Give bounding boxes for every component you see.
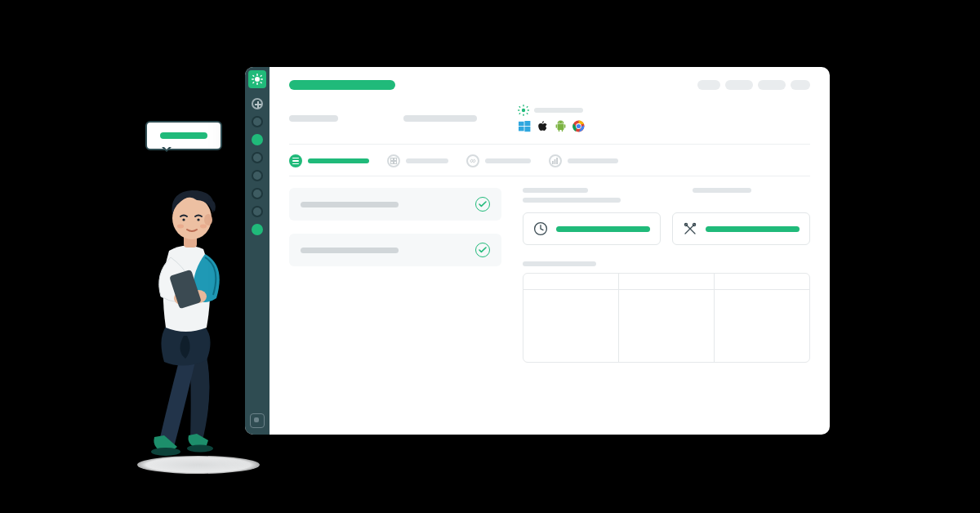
chart-icon <box>549 154 562 167</box>
tab-infinity[interactable] <box>466 154 531 167</box>
svg-rect-33 <box>524 127 530 132</box>
svg-rect-34 <box>555 124 556 128</box>
clock-icon <box>533 221 548 236</box>
svg-rect-46 <box>394 162 397 164</box>
svg-point-11 <box>200 225 207 229</box>
tab-infinity-label <box>485 158 531 163</box>
subheader <box>289 105 810 132</box>
platforms-block <box>518 105 585 132</box>
table-label <box>523 261 596 266</box>
svg-rect-17 <box>252 74 255 77</box>
svg-rect-25 <box>528 109 529 110</box>
svg-rect-22 <box>523 105 523 106</box>
list-row[interactable] <box>289 234 501 266</box>
speech-bubble <box>145 121 222 150</box>
svg-point-1 <box>187 445 213 453</box>
table-col-2[interactable] <box>619 274 715 289</box>
header-pill-4[interactable] <box>791 80 810 90</box>
sidebar-item-6[interactable] <box>252 206 263 217</box>
svg-point-7 <box>204 214 212 225</box>
sidebar-item-4[interactable] <box>252 170 263 181</box>
tab-list[interactable] <box>289 154 369 167</box>
stat-card-clock[interactable] <box>523 212 661 245</box>
page-title <box>289 80 395 90</box>
platforms-label <box>534 108 583 113</box>
sidebar-item-2-active[interactable] <box>252 134 263 145</box>
svg-rect-19 <box>252 82 255 84</box>
card-subheading-1 <box>523 198 621 203</box>
sidebar-add-button[interactable] <box>252 98 263 109</box>
header-pill-2[interactable] <box>725 80 753 90</box>
svg-point-9 <box>197 218 199 221</box>
table-header <box>523 274 809 290</box>
svg-point-39 <box>561 122 562 123</box>
svg-rect-36 <box>558 129 559 132</box>
table-col-3[interactable] <box>715 274 809 289</box>
svg-rect-13 <box>256 74 258 76</box>
svg-rect-31 <box>524 121 530 126</box>
stat-card-tools[interactable] <box>672 212 810 245</box>
character-shadow <box>137 456 260 474</box>
grid-icon <box>387 154 400 167</box>
svg-rect-4 <box>169 270 202 310</box>
svg-rect-27 <box>526 106 528 108</box>
sidebar-bottom-button[interactable] <box>250 413 265 428</box>
list-icon <box>289 154 302 167</box>
table-cell <box>619 290 715 362</box>
list-row-text <box>301 248 399 253</box>
svg-point-21 <box>522 109 525 112</box>
tab-chart[interactable] <box>549 154 618 167</box>
apple-icon <box>536 119 549 132</box>
header <box>289 80 810 90</box>
table-cell <box>523 290 619 362</box>
windows-icon <box>518 119 531 132</box>
svg-point-12 <box>255 77 260 82</box>
header-pill-1[interactable] <box>697 80 720 90</box>
svg-rect-5 <box>184 233 197 248</box>
gear-icon <box>518 105 529 116</box>
svg-rect-28 <box>519 113 520 114</box>
svg-point-10 <box>177 225 184 229</box>
divider <box>289 176 810 176</box>
svg-rect-49 <box>556 158 558 164</box>
sidebar-item-3[interactable] <box>252 152 263 163</box>
svg-rect-20 <box>260 82 262 84</box>
table-col-1[interactable] <box>523 274 619 289</box>
svg-rect-26 <box>519 106 520 108</box>
svg-rect-18 <box>260 74 262 77</box>
card-heading-1 <box>523 188 588 193</box>
svg-rect-24 <box>518 109 519 110</box>
speech-bubble-text <box>160 132 207 139</box>
svg-point-38 <box>559 122 559 123</box>
tab-grid[interactable] <box>387 154 448 167</box>
svg-rect-30 <box>519 121 524 125</box>
svg-rect-47 <box>552 161 554 164</box>
main-panel <box>270 67 830 435</box>
svg-rect-44 <box>394 158 397 161</box>
card-heading-2 <box>693 188 751 193</box>
android-icon <box>554 119 567 132</box>
infinity-icon <box>466 154 479 167</box>
tabs <box>289 154 810 167</box>
data-table <box>523 273 810 363</box>
list-row[interactable] <box>289 188 501 221</box>
stat-card-value <box>556 226 650 232</box>
sidebar-item-1[interactable] <box>252 116 263 127</box>
svg-rect-37 <box>561 129 562 132</box>
tools-icon <box>683 221 697 236</box>
right-column <box>523 188 810 423</box>
svg-point-0 <box>151 448 180 456</box>
header-pill-3[interactable] <box>758 80 786 90</box>
sidebar <box>245 67 270 435</box>
sidebar-item-5[interactable] <box>252 188 263 199</box>
sidebar-item-7-active[interactable] <box>252 224 263 235</box>
subheader-label-b <box>403 115 477 122</box>
svg-point-3 <box>190 290 207 303</box>
svg-rect-23 <box>523 114 523 116</box>
svg-rect-15 <box>252 78 254 80</box>
check-icon <box>475 197 490 212</box>
header-actions <box>697 80 810 90</box>
app-logo[interactable] <box>248 70 266 88</box>
table-body <box>523 290 809 362</box>
divider <box>289 144 810 145</box>
